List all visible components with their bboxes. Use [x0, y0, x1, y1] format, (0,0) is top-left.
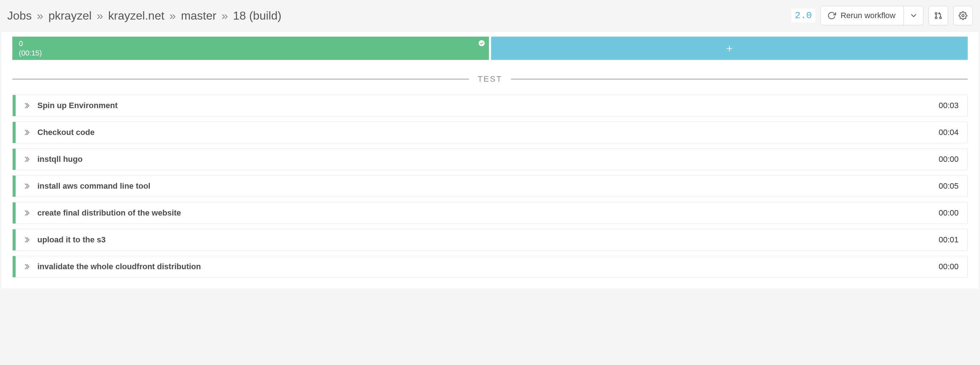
step-success-stripe: [13, 122, 16, 143]
version-badge: 2.0: [791, 9, 816, 22]
step-name: instqll hugo: [37, 155, 939, 164]
expand-chevron-icon: [16, 263, 37, 271]
rerun-workflow-dropdown[interactable]: [904, 6, 923, 26]
breadcrumb-repo[interactable]: krayzel.net: [108, 9, 164, 22]
add-parallel-bar[interactable]: ＋: [491, 37, 968, 60]
step-duration: 00:00: [939, 155, 967, 164]
rerun-workflow-group: Rerun workflow: [821, 6, 923, 26]
breadcrumb-build[interactable]: 18 (build): [233, 9, 281, 22]
chevron-down-icon: [909, 11, 918, 20]
gear-icon: [959, 11, 967, 20]
step-row[interactable]: create final distribution of the website…: [12, 202, 968, 224]
divider-line: [12, 79, 469, 80]
git-pull-request-icon: [934, 11, 943, 20]
step-name: create final distribution of the website: [37, 208, 939, 218]
parallel-run-bar[interactable]: 0 (00:15): [12, 37, 489, 60]
main-panel: 0 (00:15) ＋ TEST Spin up Environment00:0…: [2, 31, 978, 288]
step-success-stripe: [13, 229, 16, 250]
step-name: install aws command line tool: [37, 182, 939, 191]
step-success-stripe: [13, 175, 16, 197]
check-circle-icon: [478, 40, 485, 47]
header-actions: 2.0 Rerun workflow: [791, 6, 973, 26]
breadcrumb-root[interactable]: Jobs: [7, 9, 32, 22]
step-row[interactable]: instqll hugo00:00: [12, 148, 968, 170]
breadcrumb-branch[interactable]: master: [181, 9, 216, 22]
step-duration: 00:05: [939, 182, 967, 191]
parallel-run-duration: (00:15): [19, 48, 482, 58]
rerun-workflow-label: Rerun workflow: [840, 11, 896, 20]
step-row[interactable]: upload it to the s300:01: [12, 229, 968, 251]
step-success-stripe: [13, 256, 16, 277]
step-success-stripe: [13, 202, 16, 223]
svg-point-4: [962, 14, 964, 17]
breadcrumb-org[interactable]: pkrayzel: [48, 9, 91, 22]
step-success-stripe: [13, 95, 16, 116]
expand-chevron-icon: [16, 209, 37, 217]
step-row[interactable]: Spin up Environment00:03: [12, 95, 968, 116]
section-label: TEST: [478, 74, 502, 84]
step-name: invalidate the whole cloudfront distribu…: [37, 262, 939, 271]
step-name: upload it to the s3: [37, 235, 939, 245]
breadcrumb: Jobs » pkrayzel » krayzel.net » master »…: [7, 9, 282, 22]
steps-list: Spin up Environment00:03Checkout code00:…: [12, 95, 968, 277]
expand-chevron-icon: [16, 182, 37, 190]
step-success-stripe: [13, 149, 16, 170]
header-bar: Jobs » pkrayzel » krayzel.net » master »…: [0, 0, 980, 31]
pull-request-button[interactable]: [929, 6, 948, 26]
expand-chevron-icon: [16, 236, 37, 244]
svg-point-5: [479, 40, 485, 46]
step-row[interactable]: install aws command line tool00:05: [12, 175, 968, 197]
divider-line: [511, 79, 968, 80]
expand-chevron-icon: [16, 128, 37, 136]
expand-chevron-icon: [16, 155, 37, 163]
breadcrumb-separator: »: [97, 9, 103, 22]
step-duration: 00:00: [939, 262, 967, 271]
step-duration: 00:00: [939, 208, 967, 218]
step-row[interactable]: invalidate the whole cloudfront distribu…: [12, 256, 968, 277]
parallel-run-index: 0: [19, 39, 482, 48]
breadcrumb-separator: »: [169, 9, 176, 22]
parallel-bars: 0 (00:15) ＋: [12, 37, 968, 60]
breadcrumb-separator: »: [37, 9, 43, 22]
step-duration: 00:04: [939, 128, 967, 137]
step-name: Spin up Environment: [37, 101, 939, 110]
rerun-workflow-button[interactable]: Rerun workflow: [821, 6, 904, 26]
settings-button[interactable]: [953, 6, 973, 26]
refresh-icon: [827, 11, 836, 20]
step-duration: 00:03: [939, 101, 967, 110]
plus-icon: ＋: [724, 42, 735, 55]
expand-chevron-icon: [16, 102, 37, 110]
breadcrumb-separator: »: [222, 9, 228, 22]
step-name: Checkout code: [37, 128, 939, 137]
step-row[interactable]: Checkout code00:04: [12, 121, 968, 143]
step-duration: 00:01: [939, 235, 967, 245]
section-divider: TEST: [12, 74, 968, 84]
